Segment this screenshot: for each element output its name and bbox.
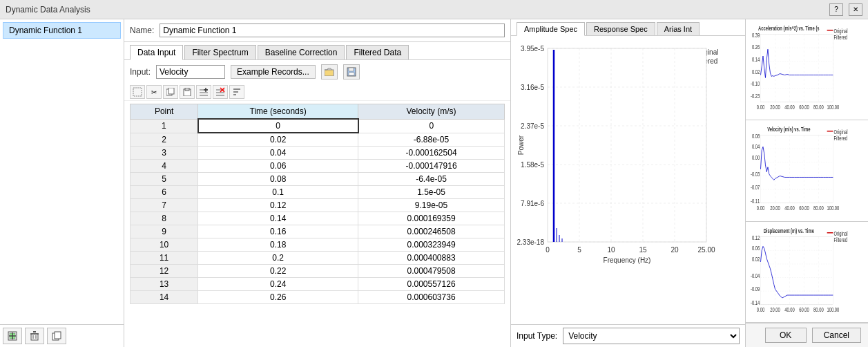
save-button[interactable]	[343, 64, 360, 79]
svg-text:Acceleration (m/s^2) vs. Time : Acceleration (m/s^2) vs. Time (s	[758, 24, 820, 32]
svg-text:-0.09: -0.09	[751, 285, 760, 292]
table-cell[interactable]: 0.06	[198, 160, 358, 173]
tab-data-input[interactable]: Data Input	[130, 45, 183, 60]
help-button[interactable]: ?	[829, 3, 843, 16]
table-cell: 13	[131, 278, 198, 291]
cut-btn[interactable]: ✂	[146, 85, 162, 99]
table-row: 120.220.000479508	[131, 265, 505, 278]
table-row: 110.20.000400883	[131, 252, 505, 265]
cancel-button[interactable]: Cancel	[812, 328, 861, 343]
table-cell[interactable]: 0.2	[198, 252, 358, 265]
data-tabs: Data Input Filter Spectrum Baseline Corr…	[124, 42, 510, 60]
delete-function-button[interactable]	[25, 328, 44, 344]
input-type-select[interactable]: Velocity Acceleration Displacement	[156, 65, 225, 79]
table-cell[interactable]: 0.08	[198, 173, 358, 186]
svg-text:Power: Power	[517, 135, 525, 155]
table-cell[interactable]: 0.000479508	[358, 265, 505, 278]
table-cell: 5	[131, 173, 198, 186]
data-input-panel: Name: Data Input Filter Spectrum Baselin…	[124, 19, 511, 347]
tab-arias-int[interactable]: Arias Int	[657, 22, 700, 35]
table-cell[interactable]: 0.16	[198, 225, 358, 238]
svg-text:0.02: 0.02	[752, 68, 760, 75]
table-cell: 2	[131, 133, 198, 147]
table-cell[interactable]: 0.02	[198, 133, 358, 147]
tab-baseline-correction[interactable]: Baseline Correction	[258, 45, 345, 59]
ok-button[interactable]: OK	[765, 328, 807, 343]
svg-rect-134	[760, 236, 833, 304]
table-cell[interactable]: 0.04	[198, 147, 358, 160]
table-cell[interactable]: 0.18	[198, 238, 358, 252]
input-type-row: Input Type: Velocity Acceleration Displa…	[511, 324, 745, 347]
table-cell[interactable]: -6.88e-05	[358, 133, 505, 147]
add-function-button[interactable]	[3, 328, 22, 344]
table-cell[interactable]: -0.000147916	[358, 160, 505, 173]
svg-rect-78	[760, 35, 833, 102]
table-cell[interactable]: 0.24	[198, 278, 358, 291]
svg-text:0.00: 0.00	[752, 154, 760, 162]
table-cell[interactable]: 0.000557126	[358, 278, 505, 291]
svg-rect-37	[548, 48, 706, 242]
table-cell[interactable]: 0	[198, 119, 358, 133]
svg-text:20: 20	[671, 246, 679, 254]
data-table-scroll[interactable]: Point Time (seconds) Velocity (m/s) 1002…	[130, 104, 505, 344]
svg-text:-0.03: -0.03	[751, 170, 760, 178]
tab-filter-spectrum[interactable]: Filter Spectrum	[184, 45, 255, 59]
open-file-button[interactable]	[321, 64, 338, 79]
copy-btn[interactable]	[163, 85, 178, 99]
table-cell[interactable]: 0.000323949	[358, 238, 505, 252]
svg-text:40.00: 40.00	[784, 306, 795, 313]
example-records-button[interactable]: Example Records...	[231, 65, 316, 79]
tab-filtered-data[interactable]: Filtered Data	[346, 45, 409, 59]
col-header-time: Time (seconds)	[198, 104, 358, 120]
spectrum-tabs: Amplitude Spec Response Spec Arias Int	[511, 19, 745, 36]
table-cell[interactable]: -0.000162504	[358, 147, 505, 160]
svg-text:-0.04: -0.04	[751, 272, 760, 279]
table-cell[interactable]: 0.26	[198, 291, 358, 304]
svg-text:40.00: 40.00	[784, 103, 795, 111]
table-cell[interactable]: 0.1	[198, 186, 358, 199]
table-cell: 8	[131, 212, 198, 225]
table-row: 100.180.000323949	[131, 238, 505, 252]
table-cell[interactable]: 1.5e-05	[358, 186, 505, 199]
table-cell[interactable]: 0.000246508	[358, 225, 505, 238]
svg-text:Velocity (m/s) vs. Time: Velocity (m/s) vs. Time	[767, 126, 811, 133]
table-cell[interactable]: 0.000603736	[358, 291, 505, 304]
svg-text:80.00: 80.00	[813, 306, 824, 313]
svg-text:Frequency (Hz): Frequency (Hz)	[604, 256, 651, 264]
table-cell[interactable]: 0.12	[198, 199, 358, 212]
table-cell[interactable]: 0.000169359	[358, 212, 505, 225]
close-button[interactable]: ✕	[849, 3, 862, 16]
tab-amplitude-spec[interactable]: Amplitude Spec	[517, 22, 585, 36]
delete-row-btn[interactable]	[213, 85, 228, 99]
select-all-btn[interactable]	[130, 85, 145, 99]
table-cell[interactable]: 9.19e-05	[358, 199, 505, 212]
function-list-item[interactable]: Dynamic Function 1	[3, 22, 121, 39]
tab-response-spec[interactable]: Response Spec	[586, 22, 655, 35]
svg-text:0.06: 0.06	[752, 244, 760, 252]
svg-text:5: 5	[577, 246, 581, 254]
table-cell[interactable]: 0.22	[198, 265, 358, 278]
sort-btn[interactable]	[229, 85, 244, 99]
table-row: 100	[131, 119, 505, 133]
table-cell[interactable]: -6.4e-05	[358, 173, 505, 186]
table-cell[interactable]: 0	[358, 119, 505, 133]
table-cell[interactable]: 0.14	[198, 212, 358, 225]
acceleration-chart: Original Filtered Acceleration (m/s^2) v…	[749, 22, 865, 117]
table-row: 90.160.000246508	[131, 225, 505, 238]
table-row: 40.06-0.000147916	[131, 160, 505, 173]
svg-rect-11	[325, 70, 334, 76]
input-type-dropdown[interactable]: Velocity Acceleration Displacement	[563, 328, 740, 344]
paste-btn[interactable]	[180, 85, 195, 99]
name-input[interactable]	[160, 24, 505, 37]
add-row-btn[interactable]	[196, 85, 211, 99]
svg-text:Displacement (m) vs. Time: Displacement (m) vs. Time	[764, 227, 815, 234]
svg-text:-0.07: -0.07	[751, 184, 760, 191]
velocity-chart-row: Original Filtered Velocity (m/s) vs. Tim…	[746, 120, 868, 221]
svg-rect-10	[55, 332, 61, 339]
copy-function-button[interactable]	[47, 328, 66, 344]
displacement-chart-row: Original Filtered Displacement (m) vs. T…	[746, 222, 868, 323]
svg-rect-107	[760, 135, 833, 203]
svg-text:0: 0	[546, 246, 550, 254]
table-cell[interactable]: 0.000400883	[358, 252, 505, 265]
svg-rect-14	[349, 73, 354, 75]
